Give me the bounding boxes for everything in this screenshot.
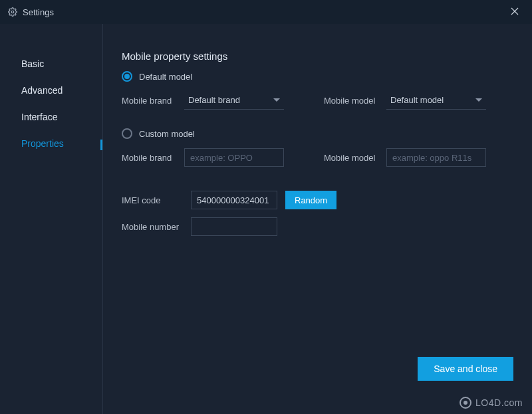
body-area: Basic Advanced Interface Properties Mobi…: [0, 24, 532, 414]
random-button[interactable]: Random: [285, 191, 336, 209]
field-label: Mobile model: [324, 96, 378, 106]
custom-model-field: Mobile model: [324, 148, 486, 167]
custom-brand-input[interactable]: [184, 148, 284, 167]
sidebar-item-advanced[interactable]: Advanced: [0, 77, 102, 104]
chevron-down-icon: [273, 98, 280, 102]
field-label: Mobile number: [122, 222, 183, 232]
imei-row: IMEI code Random: [122, 191, 513, 209]
default-brand-dropdown[interactable]: Default brand: [184, 91, 284, 110]
sidebar: Basic Advanced Interface Properties: [0, 24, 103, 414]
radio-label: Custom model: [139, 129, 195, 139]
custom-model-fields: Mobile brand Mobile model: [122, 148, 513, 167]
sidebar-item-label: Interface: [21, 112, 57, 122]
default-model-fields: Mobile brand Default brand Mobile model …: [122, 91, 513, 110]
radio-icon: [122, 128, 132, 139]
gear-icon: [8, 7, 17, 17]
custom-brand-field: Mobile brand: [122, 148, 284, 167]
default-brand-field: Mobile brand Default brand: [122, 91, 284, 110]
radio-label: Default model: [139, 72, 192, 82]
custom-model-input[interactable]: [386, 148, 486, 167]
close-icon: [511, 7, 519, 15]
mobile-number-row: Mobile number: [122, 217, 513, 236]
save-and-close-button[interactable]: Save and close: [418, 357, 513, 381]
titlebar: Settings: [0, 0, 532, 24]
field-label: Mobile model: [324, 153, 378, 163]
field-label: Mobile brand: [122, 96, 176, 106]
dropdown-value: Default brand: [188, 95, 240, 105]
close-button[interactable]: [505, 3, 524, 21]
sidebar-item-label: Basic: [21, 58, 44, 69]
watermark-logo-icon: [460, 397, 471, 409]
field-label: Mobile brand: [122, 153, 176, 163]
mobile-number-input[interactable]: [191, 217, 277, 236]
default-model-field: Mobile model Default model: [324, 91, 486, 110]
sidebar-item-basic[interactable]: Basic: [0, 51, 102, 77]
watermark-text: LO4D.com: [475, 397, 523, 408]
radio-default-model[interactable]: Default model: [122, 71, 513, 82]
sidebar-item-label: Properties: [21, 138, 64, 149]
imei-input[interactable]: [191, 191, 277, 209]
sidebar-item-interface[interactable]: Interface: [0, 104, 102, 130]
titlebar-left: Settings: [8, 7, 54, 17]
sidebar-item-label: Advanced: [21, 85, 63, 96]
radio-custom-model[interactable]: Custom model: [122, 128, 513, 139]
chevron-down-icon: [475, 98, 482, 102]
default-model-dropdown[interactable]: Default model: [386, 91, 486, 110]
dropdown-value: Default model: [390, 95, 444, 105]
content: Mobile property settings Default model M…: [103, 24, 532, 414]
radio-icon: [122, 71, 132, 82]
svg-point-0: [11, 11, 14, 13]
field-label: IMEI code: [122, 195, 183, 205]
sidebar-item-properties[interactable]: Properties: [0, 130, 102, 157]
section-title: Mobile property settings: [122, 51, 513, 62]
window-title: Settings: [23, 7, 54, 17]
watermark: LO4D.com: [460, 397, 523, 409]
